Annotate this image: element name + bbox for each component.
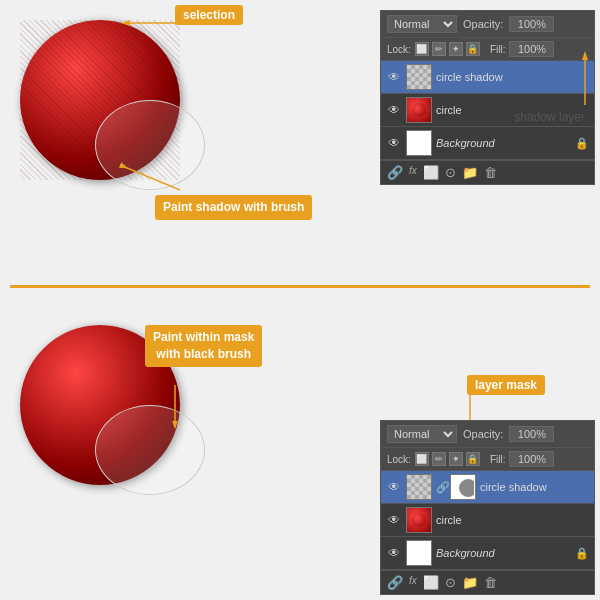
layer-eye-1[interactable]: 👁 [386,69,402,85]
layer-row-circle-b[interactable]: 👁 circle [381,504,594,537]
footer-folder-icon-b[interactable]: 📁 [462,575,478,590]
fill-value-bottom: 100% [509,451,554,467]
panel-header-top: Normal Opacity: 100% [381,11,594,38]
panel-subheader-bottom: Lock: ⬜ ✏ ✦ 🔒 Fill: 100% [381,448,594,471]
footer-trash-icon-b[interactable]: 🗑 [484,575,497,590]
lock-icon-b2[interactable]: ✏ [432,452,446,466]
lock-icon-1[interactable]: ⬜ [415,42,429,56]
panel-footer-bottom: 🔗 fx ⬜ ⊙ 📁 🗑 [381,570,594,594]
svg-line-3 [120,165,180,190]
shadow-layer-arrow-svg [500,55,590,110]
opacity-label-top: Opacity: [463,18,503,30]
layer-thumb-red-b [406,507,432,533]
layer-mask-label: layer mask [467,375,545,395]
layer-name-circle-shadow-b: circle shadow [480,481,589,493]
layer-name-circle-b: circle [436,514,589,526]
selection-label: selection [175,5,243,25]
footer-link-icon-b[interactable]: 🔗 [387,575,403,590]
blend-mode-select-bottom[interactable]: Normal [387,425,457,443]
layer-eye-3[interactable]: 👁 [386,135,402,151]
layer-eye-b3[interactable]: 👁 [386,545,402,561]
footer-circle-icon[interactable]: ⊙ [445,165,456,180]
panel-footer-top: 🔗 fx ⬜ ⊙ 📁 🗑 [381,160,594,184]
layer-row-background-b[interactable]: 👁 Background 🔒 [381,537,594,570]
layer-eye-2[interactable]: 👁 [386,102,402,118]
layer-name-background-b: Background [436,547,571,559]
layer-mask-thumb [450,474,476,500]
lock-icon-4[interactable]: 🔒 [466,42,480,56]
layer-name-background: Background [436,137,571,149]
opacity-value-bottom: 100% [509,426,554,442]
paint-mask-arrow-svg [165,385,185,435]
layer-thumb-white [406,130,432,156]
footer-rect-icon-b[interactable]: ⬜ [423,575,439,590]
layer-link-icon: 🔗 [436,481,446,494]
footer-circle-icon-b[interactable]: ⊙ [445,575,456,590]
selection-circle-bottom [95,405,205,495]
top-section: selection Paint shadow with brush Normal… [0,0,600,285]
footer-fx-icon[interactable]: fx [409,165,417,180]
lock-icon-b4[interactable]: 🔒 [466,452,480,466]
layer-thumb-red [406,97,432,123]
shadow-layer-label: shadow layer [514,110,585,124]
lock-label-top: Lock: [387,44,411,55]
opacity-value-top: 100% [509,16,554,32]
layer-lock-icon-b: 🔒 [575,547,589,560]
layer-row-circle-shadow-b[interactable]: 👁 🔗 circle shadow [381,471,594,504]
layer-lock-icon: 🔒 [575,137,589,150]
layer-thumb-checker-b [406,474,432,500]
paint-mask-label: Paint within maskwith black brush [145,325,262,367]
lock-icon-3[interactable]: ✦ [449,42,463,56]
footer-folder-icon[interactable]: 📁 [462,165,478,180]
lock-icon-b1[interactable]: ⬜ [415,452,429,466]
lock-icons-bottom: ⬜ ✏ ✦ 🔒 [415,452,480,466]
layer-eye-b1[interactable]: 👁 [386,479,402,495]
layer-row-background[interactable]: 👁 Background 🔒 [381,127,594,160]
layers-panel-bottom: Normal Opacity: 100% Lock: ⬜ ✏ ✦ 🔒 Fill:… [380,420,595,595]
lock-icon-2[interactable]: ✏ [432,42,446,56]
footer-trash-icon[interactable]: 🗑 [484,165,497,180]
footer-fx-icon-b[interactable]: fx [409,575,417,590]
layer-thumb-white-b [406,540,432,566]
paint-shadow-label: Paint shadow with brush [155,195,312,220]
footer-link-icon[interactable]: 🔗 [387,165,403,180]
layer-thumb-checker [406,64,432,90]
layer-eye-b2[interactable]: 👁 [386,512,402,528]
bottom-section: Paint within maskwith black brush layer … [0,290,600,600]
panel-header-bottom: Normal Opacity: 100% [381,421,594,448]
section-divider [10,285,590,288]
footer-rect-icon[interactable]: ⬜ [423,165,439,180]
blend-mode-select-top[interactable]: Normal [387,15,457,33]
opacity-label-bottom: Opacity: [463,428,503,440]
mask-thumb-svg [452,476,474,498]
fill-label-top: Fill: [490,44,506,55]
red-dot-b [412,513,426,527]
fill-label-bottom: Fill: [490,454,506,465]
lock-label-bottom: Lock: [387,454,411,465]
red-dot [412,103,426,117]
lock-icons-top: ⬜ ✏ ✦ 🔒 [415,42,480,56]
lock-icon-b3[interactable]: ✦ [449,452,463,466]
